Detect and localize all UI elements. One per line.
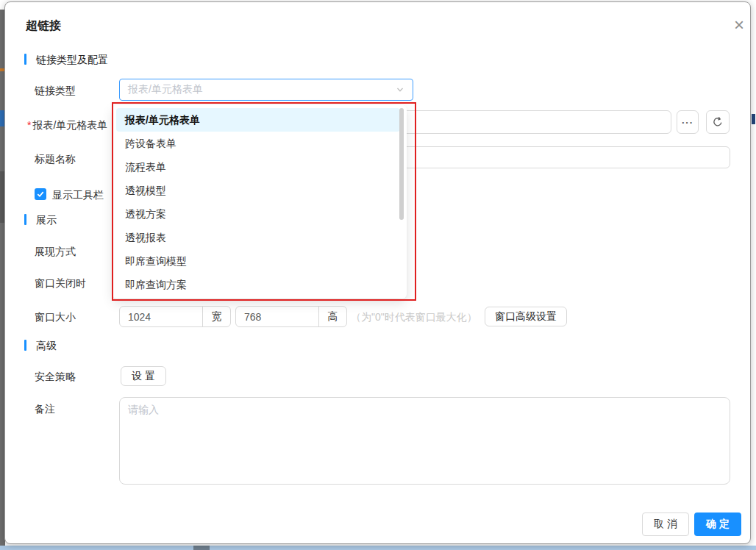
cancel-button[interactable]: 取 消	[642, 512, 689, 536]
dropdown-option[interactable]: 流程表单	[116, 155, 400, 179]
link-type-label: 链接类型	[35, 85, 76, 96]
show-toolbar-checkbox[interactable]	[35, 188, 46, 200]
security-set-button[interactable]: 设 置	[121, 366, 166, 386]
dropdown-scrollbar[interactable]	[399, 108, 404, 220]
chevron-down-icon	[396, 85, 404, 94]
refresh-icon	[712, 116, 724, 128]
height-unit-label: 高	[318, 307, 346, 326]
dropdown-option[interactable]: 报表/单元格表单	[116, 108, 400, 132]
ok-button[interactable]: 确 定	[694, 512, 741, 536]
check-icon	[36, 190, 45, 199]
dropdown-option[interactable]: 透视方案	[116, 202, 400, 226]
ellipsis-icon: ···	[682, 117, 693, 128]
refresh-button[interactable]	[706, 110, 730, 134]
display-mode-label: 展现方式	[35, 246, 76, 257]
dropdown-option[interactable]: 透视报表	[116, 226, 400, 249]
link-type-placeholder: 报表/单元格表单	[128, 83, 396, 96]
title-name-label: 标题名称	[35, 153, 76, 165]
dropdown-option[interactable]: 即席查询方案	[116, 273, 400, 296]
section-bar	[24, 340, 26, 351]
report-form-label: *报表/单元格表单	[27, 119, 107, 131]
window-height-group: 高	[235, 306, 347, 327]
required-mark: *	[27, 119, 31, 131]
window-size-label: 窗口大小	[35, 311, 76, 323]
close-icon[interactable]: ×	[729, 15, 749, 36]
link-type-dropdown: 报表/单元格表单 跨设备表单 流程表单 透视模型 透视方案 透视报表 即席查询模…	[113, 105, 407, 299]
background-bottom-mark	[193, 546, 210, 550]
dropdown-option[interactable]: 即席查询模型	[116, 249, 400, 273]
remark-label: 备注	[35, 403, 55, 415]
section-title-display: 展示	[36, 214, 57, 227]
section-title-link-config: 链接类型及配置	[36, 54, 108, 67]
link-type-select[interactable]: 报表/单元格表单	[119, 79, 413, 101]
window-width-input[interactable]	[120, 307, 202, 326]
window-close-label: 窗口关闭时	[35, 277, 86, 289]
security-policy-label: 安全策略	[35, 371, 76, 382]
remark-textarea[interactable]	[119, 397, 730, 485]
window-size-hint: （为"0"时代表窗口最大化）	[351, 311, 477, 324]
dialog-title: 超链接	[26, 18, 61, 34]
width-unit-label: 宽	[202, 307, 230, 326]
window-height-input[interactable]	[236, 307, 318, 326]
browse-button[interactable]: ···	[677, 110, 699, 134]
dropdown-option[interactable]: 透视模型	[116, 179, 400, 202]
window-width-group: 宽	[119, 306, 231, 327]
section-bar	[24, 54, 26, 65]
show-toolbar-label: 显示工具栏	[52, 189, 104, 201]
dropdown-option[interactable]: 跨设备表单	[116, 132, 400, 155]
background-right-mark	[752, 114, 755, 124]
background-bottom-strip	[0, 546, 756, 550]
section-bar	[24, 214, 26, 225]
section-title-advanced: 高级	[36, 340, 57, 353]
window-advanced-settings-button[interactable]: 窗口高级设置	[485, 307, 567, 326]
